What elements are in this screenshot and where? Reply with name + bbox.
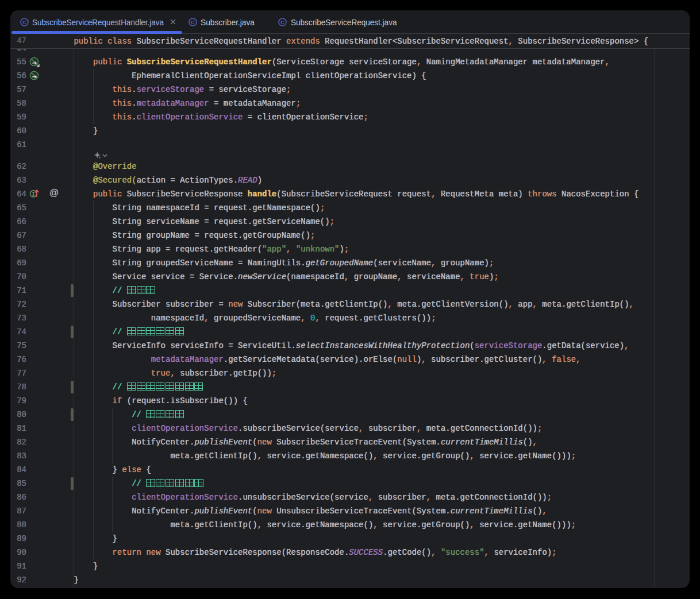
svg-text:C: C <box>22 19 26 25</box>
svg-text:C: C <box>280 19 284 25</box>
svg-text:C: C <box>191 19 195 25</box>
